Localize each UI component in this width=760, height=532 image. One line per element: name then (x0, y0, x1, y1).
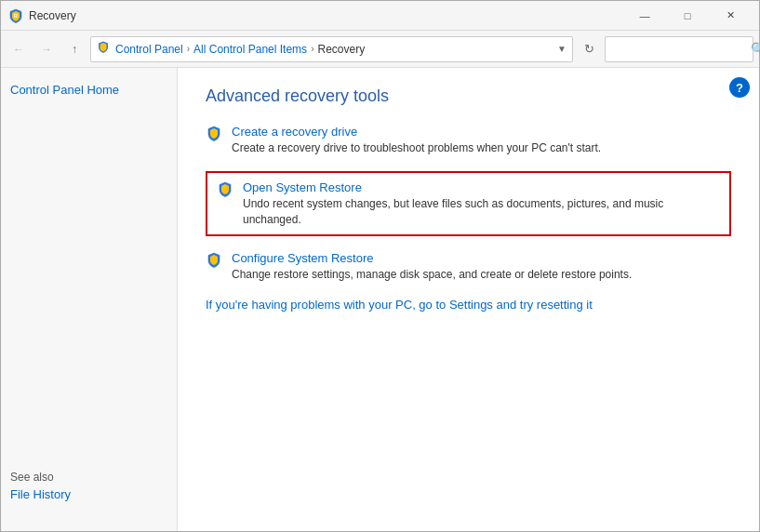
search-box: 🔍 (605, 36, 753, 62)
back-button[interactable]: ← (7, 37, 31, 61)
breadcrumb-all-items[interactable]: All Control Panel Items (193, 43, 307, 56)
see-also-section: See also File History (10, 471, 167, 516)
minimize-button[interactable]: — (623, 1, 666, 31)
sidebar: Control Panel Home See also File History (1, 68, 178, 531)
breadcrumb-control-panel[interactable]: Control Panel (115, 43, 183, 56)
content-panel: ? Advanced recovery tools Create a recov… (178, 68, 759, 531)
settings-reset-link[interactable]: If you're having problems with your PC, … (206, 298, 731, 312)
breadcrumb-sep-2: › (311, 44, 313, 54)
search-icon[interactable]: 🔍 (751, 42, 760, 56)
app-icon: R (8, 8, 23, 23)
search-input[interactable] (611, 43, 751, 56)
title-bar: R Recovery — □ ✕ (1, 1, 759, 31)
page-title: Advanced recovery tools (206, 86, 731, 106)
help-button[interactable]: ? (729, 77, 750, 98)
create-recovery-drive-desc: Create a recovery drive to troubleshoot … (232, 141, 601, 154)
configure-system-restore-link[interactable]: Configure System Restore (232, 251, 731, 265)
configure-system-restore-desc: Change restore settings, manage disk spa… (232, 268, 632, 281)
refresh-button[interactable]: ↻ (577, 37, 601, 61)
svg-text:R: R (14, 13, 19, 19)
configure-system-restore-text: Configure System Restore Change restore … (232, 251, 731, 283)
address-bar: ← → ↑ Control Panel › All Control Panel … (1, 31, 759, 68)
breadcrumb-dropdown-arrow[interactable]: ▼ (557, 44, 567, 54)
open-system-restore-box: Open System Restore Undo recent system c… (206, 171, 731, 237)
open-system-restore-text: Open System Restore Undo recent system c… (243, 180, 720, 228)
maximize-button[interactable]: □ (666, 1, 709, 31)
open-system-restore-icon (217, 181, 235, 200)
see-also-label: See also (10, 471, 167, 484)
tool-item-configure-system-restore: Configure System Restore Change restore … (206, 251, 731, 283)
up-button[interactable]: ↑ (62, 37, 87, 61)
window-title: Recovery (29, 9, 623, 22)
sidebar-file-history[interactable]: File History (10, 487, 167, 501)
window-controls: — □ ✕ (623, 1, 752, 31)
main-content: Control Panel Home See also File History… (1, 68, 759, 531)
forward-button[interactable]: → (34, 37, 59, 61)
create-recovery-drive-text: Create a recovery drive Create a recover… (232, 125, 731, 156)
open-system-restore-desc: Undo recent system changes, but leave fi… (243, 197, 663, 226)
breadcrumb-sep-1: › (187, 44, 190, 54)
sidebar-control-panel-home[interactable]: Control Panel Home (10, 83, 167, 97)
breadcrumb-app-icon (97, 41, 110, 57)
main-window: R Recovery — □ ✕ ← → ↑ Control Panel › A… (0, 0, 760, 532)
tool-item-create-recovery-drive: Create a recovery drive Create a recover… (206, 125, 731, 156)
open-system-restore-link[interactable]: Open System Restore (243, 180, 720, 194)
create-recovery-drive-icon (206, 126, 224, 144)
breadcrumb-bar: Control Panel › All Control Panel Items … (90, 36, 573, 62)
create-recovery-drive-link[interactable]: Create a recovery drive (232, 125, 731, 139)
breadcrumb-current: Recovery (317, 43, 365, 56)
configure-system-restore-icon (206, 252, 224, 271)
close-button[interactable]: ✕ (709, 1, 752, 31)
